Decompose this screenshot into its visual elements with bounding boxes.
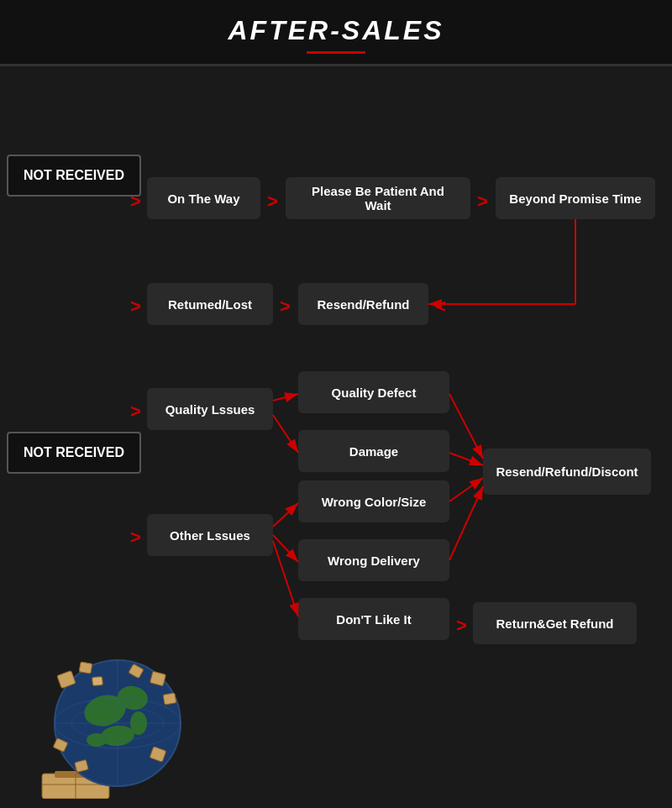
arrow-5: >: [280, 296, 291, 317]
svg-line-8: [449, 394, 483, 459]
main-content: NOT RECEIVED > On The Way > Please Be Pa…: [0, 66, 672, 807]
quality-issues-pill: Quality Lssues: [147, 388, 273, 430]
arrow-3: >: [477, 191, 488, 212]
return-get-refund-pill: Return&Get Refund: [473, 602, 637, 644]
page-title: AFTER-SALES: [0, 15, 672, 46]
svg-line-12: [273, 541, 298, 616]
beyond-promise-pill: Beyond Promise Time: [496, 177, 655, 219]
arrow-1: >: [130, 191, 141, 212]
damage-pill: Damage: [298, 430, 449, 472]
svg-line-7: [273, 415, 298, 453]
svg-point-23: [87, 733, 107, 747]
svg-line-9: [449, 453, 483, 465]
quality-defect-pill: Quality Defect: [298, 371, 449, 413]
returned-lost-pill: Retumed/Lost: [147, 283, 273, 325]
resend-refund-pill: Resend/Refund: [298, 283, 428, 325]
other-issues-pill: Other Lssues: [147, 514, 273, 556]
arrow-2: >: [267, 191, 278, 212]
arrow-8: >: [130, 527, 141, 548]
svg-rect-32: [163, 693, 176, 705]
svg-line-14: [449, 486, 483, 560]
arrow-9: >: [456, 615, 467, 637]
page-header: AFTER-SALES: [0, 0, 672, 66]
globe-decoration: [8, 631, 193, 799]
svg-rect-30: [79, 662, 92, 674]
arrow-7: >: [130, 401, 141, 422]
header-underline: [307, 51, 365, 54]
wrong-color-size-pill: Wrong Color/Size: [298, 480, 449, 522]
svg-rect-36: [92, 676, 103, 685]
dont-like-it-pill: Don'T Like It: [298, 598, 449, 640]
please-be-patient-pill: Please Be Patient And Wait: [286, 177, 470, 219]
on-the-way-pill: On The Way: [147, 177, 260, 219]
svg-line-6: [273, 394, 298, 401]
not-received-badge-2: NOT RECEIVED: [7, 432, 141, 474]
arrow-6: <: [435, 296, 446, 317]
svg-line-10: [273, 503, 298, 527]
arrow-4: >: [130, 296, 141, 317]
not-received-badge-1: NOT RECEIVED: [7, 155, 141, 197]
wrong-delivery-pill: Wrong Delivery: [298, 539, 449, 581]
resend-refund-discont-pill: Resend/Refund/Discont: [483, 449, 651, 495]
svg-line-13: [449, 478, 483, 501]
svg-line-11: [273, 535, 298, 562]
